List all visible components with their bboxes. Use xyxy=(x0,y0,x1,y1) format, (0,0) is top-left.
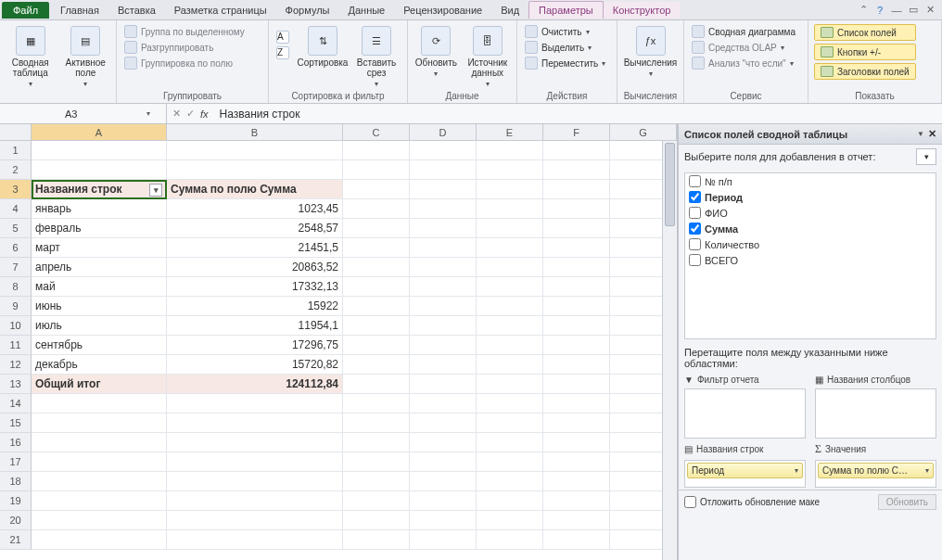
tab-view[interactable]: Вид xyxy=(491,2,528,19)
active-field-button[interactable]: ▤ Активное поле ▾ xyxy=(61,24,111,90)
cell-A3[interactable]: Названия строк▾ xyxy=(32,180,167,199)
cell-C21[interactable] xyxy=(343,530,410,550)
cell-B6[interactable]: 21451,5 xyxy=(167,238,343,258)
cell-F15[interactable] xyxy=(543,414,610,433)
cell-F14[interactable] xyxy=(543,394,610,414)
cell-F8[interactable] xyxy=(543,277,610,297)
cell-E17[interactable] xyxy=(477,452,543,472)
update-button[interactable]: Обновить xyxy=(878,494,936,510)
cell-B18[interactable] xyxy=(167,472,343,491)
row-labels-filter-icon[interactable]: ▾ xyxy=(149,184,162,197)
row-header[interactable]: 3 xyxy=(0,180,32,199)
cell-F3[interactable] xyxy=(543,180,610,199)
cell-A9[interactable]: июнь xyxy=(32,297,167,316)
field-checkbox[interactable] xyxy=(689,238,701,250)
cell-B15[interactable] xyxy=(167,414,343,433)
row-header[interactable]: 13 xyxy=(0,375,32,394)
tab-options[interactable]: Параметры xyxy=(528,1,604,19)
row-header[interactable]: 12 xyxy=(0,355,32,375)
layout-options-button[interactable]: ▾ xyxy=(916,148,936,165)
cell-A6[interactable]: март xyxy=(32,238,167,258)
cell-D4[interactable] xyxy=(410,199,477,219)
row-header[interactable]: 15 xyxy=(0,414,32,433)
cell-A18[interactable] xyxy=(32,472,167,491)
cell-A15[interactable] xyxy=(32,414,167,433)
column-header-E[interactable]: E xyxy=(477,124,543,140)
cell-C5[interactable] xyxy=(343,219,410,238)
cell-D3[interactable] xyxy=(410,180,477,199)
cell-C17[interactable] xyxy=(343,452,410,472)
cell-A4[interactable]: январь xyxy=(32,199,167,219)
cell-D17[interactable] xyxy=(410,452,477,472)
cell-D5[interactable] xyxy=(410,219,477,238)
cell-E4[interactable] xyxy=(477,199,543,219)
field-row[interactable]: Количество xyxy=(685,236,936,252)
row-header[interactable]: 7 xyxy=(0,258,32,277)
sort-button[interactable]: ⇅ Сортировка xyxy=(297,24,349,70)
tab-formulas[interactable]: Формулы xyxy=(276,2,339,19)
row-header[interactable]: 21 xyxy=(0,530,32,550)
cell-F2[interactable] xyxy=(543,160,610,180)
cell-A8[interactable]: май xyxy=(32,277,167,297)
row-header[interactable]: 18 xyxy=(0,472,32,491)
cell-D8[interactable] xyxy=(410,277,477,297)
move-button[interactable]: Переместить▾ xyxy=(523,56,607,70)
cell-F6[interactable] xyxy=(543,238,610,258)
tab-home[interactable]: Главная xyxy=(51,2,108,19)
row-header[interactable]: 17 xyxy=(0,452,32,472)
cell-B11[interactable]: 17296,75 xyxy=(167,336,343,355)
field-row[interactable]: № п/п xyxy=(685,173,936,189)
insert-slicer-button[interactable]: ☰ Вставить срез ▾ xyxy=(354,24,399,90)
cell-F1[interactable] xyxy=(543,141,610,160)
cell-B12[interactable]: 15720,82 xyxy=(167,355,343,375)
ribbon-minimize-icon[interactable]: ⌃ xyxy=(857,4,870,17)
cell-A21[interactable] xyxy=(32,530,167,550)
cell-A19[interactable] xyxy=(32,491,167,511)
cell-E9[interactable] xyxy=(477,297,543,316)
cell-D2[interactable] xyxy=(410,160,477,180)
cell-A10[interactable]: июль xyxy=(32,316,167,336)
cell-E13[interactable] xyxy=(477,375,543,394)
cell-E20[interactable] xyxy=(477,511,543,530)
cell-A1[interactable] xyxy=(32,141,167,160)
cell-F10[interactable] xyxy=(543,316,610,336)
defer-update-checkbox[interactable] xyxy=(684,496,696,508)
tab-pagelayout[interactable]: Разметка страницы xyxy=(165,2,276,19)
row-header[interactable]: 20 xyxy=(0,511,32,530)
cell-A2[interactable] xyxy=(32,160,167,180)
cell-C13[interactable] xyxy=(343,375,410,394)
worksheet-grid[interactable]: ABCDEFG 123Названия строк▾Сумма по полю … xyxy=(0,124,678,560)
cell-A7[interactable]: апрель xyxy=(32,258,167,277)
row-header[interactable]: 5 xyxy=(0,219,32,238)
cell-D9[interactable] xyxy=(410,297,477,316)
cell-C8[interactable] xyxy=(343,277,410,297)
cell-A11[interactable]: сентябрь xyxy=(32,336,167,355)
cell-B16[interactable] xyxy=(167,433,343,452)
vertical-scrollbar[interactable] xyxy=(662,141,677,560)
row-header[interactable]: 1 xyxy=(0,141,32,160)
field-checkbox[interactable] xyxy=(689,207,701,219)
sort-desc-button[interactable]: Z xyxy=(274,45,291,60)
clear-button[interactable]: Очистить▾ xyxy=(523,24,607,39)
cell-D13[interactable] xyxy=(410,375,477,394)
field-row[interactable]: Сумма xyxy=(685,221,936,236)
cell-C16[interactable] xyxy=(343,433,410,452)
cell-E5[interactable] xyxy=(477,219,543,238)
formula-input[interactable]: Названия строк xyxy=(214,108,942,121)
area-cols-box[interactable] xyxy=(815,388,936,439)
row-header[interactable]: 9 xyxy=(0,297,32,316)
cell-A13[interactable]: Общий итог xyxy=(32,375,167,394)
field-checkbox[interactable] xyxy=(689,254,701,266)
column-header-C[interactable]: C xyxy=(343,124,410,140)
area-rows-item[interactable]: Период▾ xyxy=(687,463,803,478)
cell-E1[interactable] xyxy=(477,141,543,160)
select-all-corner[interactable] xyxy=(0,124,32,140)
cell-B2[interactable] xyxy=(167,160,343,180)
column-header-B[interactable]: B xyxy=(167,124,343,140)
namebox-dropdown-icon[interactable]: ▾ xyxy=(144,109,153,118)
panel-close-icon[interactable]: ✕ xyxy=(928,128,936,140)
cell-E2[interactable] xyxy=(477,160,543,180)
cell-B8[interactable]: 17332,13 xyxy=(167,277,343,297)
row-header[interactable]: 8 xyxy=(0,277,32,297)
cell-D12[interactable] xyxy=(410,355,477,375)
